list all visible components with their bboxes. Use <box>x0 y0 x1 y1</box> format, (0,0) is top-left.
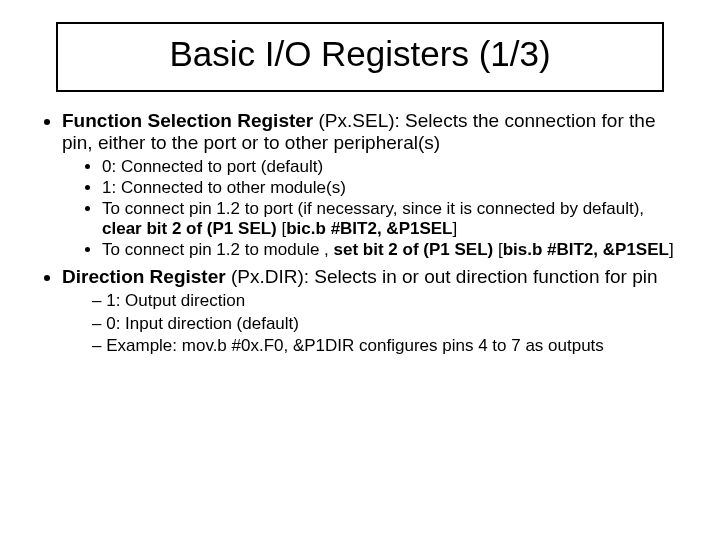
item1-sub3a: To connect pin 1.2 to port (if necessary… <box>102 199 644 218</box>
title-box: Basic I/O Registers (1/3) <box>56 22 664 92</box>
item1-sub3b: clear bit 2 of (P1 SEL) <box>102 219 282 238</box>
item2-sub1: 1: Output direction <box>92 290 682 311</box>
slide: Basic I/O Registers (1/3) Function Selec… <box>0 0 720 540</box>
item2-sublist: 1: Output direction 0: Input direction (… <box>62 290 682 356</box>
item1-sub1: 0: Connected to port (default) <box>102 157 682 177</box>
item1-sub4: To connect pin 1.2 to module , set bit 2… <box>102 240 682 260</box>
item1-sub3e: ] <box>453 219 458 238</box>
item1-sub3: To connect pin 1.2 to port (if necessary… <box>102 199 682 239</box>
item1-sublist: 0: Connected to port (default) 1: Connec… <box>62 157 682 260</box>
bullet-list: Function Selection Register (Px.SEL): Se… <box>38 110 682 356</box>
item2-lead-rest: (Px.DIR): Selects in or out direction fu… <box>231 266 658 287</box>
item2-sub3: Example: mov.b #0x.F0, &P1DIR configures… <box>92 335 682 356</box>
item1-sub4d: bis.b #BIT2, &P1SEL <box>503 240 669 259</box>
item2-lead-bold: Direction Register <box>62 266 231 287</box>
item1-sub4a: To connect pin 1.2 to module , <box>102 240 334 259</box>
item1-sub4e: ] <box>669 240 674 259</box>
item1-lead-bold: Function Selection Register <box>62 110 319 131</box>
slide-title: Basic I/O Registers (1/3) <box>169 34 550 73</box>
item1-sub4b: set bit 2 of (P1 SEL) <box>334 240 498 259</box>
item1-sub2: 1: Connected to other module(s) <box>102 178 682 198</box>
item-function-selection: Function Selection Register (Px.SEL): Se… <box>62 110 682 260</box>
item2-sub2: 0: Input direction (default) <box>92 313 682 334</box>
item1-sub3d: bic.b #BIT2, &P1SEL <box>286 219 452 238</box>
item-direction-register: Direction Register (Px.DIR): Selects in … <box>62 266 682 356</box>
